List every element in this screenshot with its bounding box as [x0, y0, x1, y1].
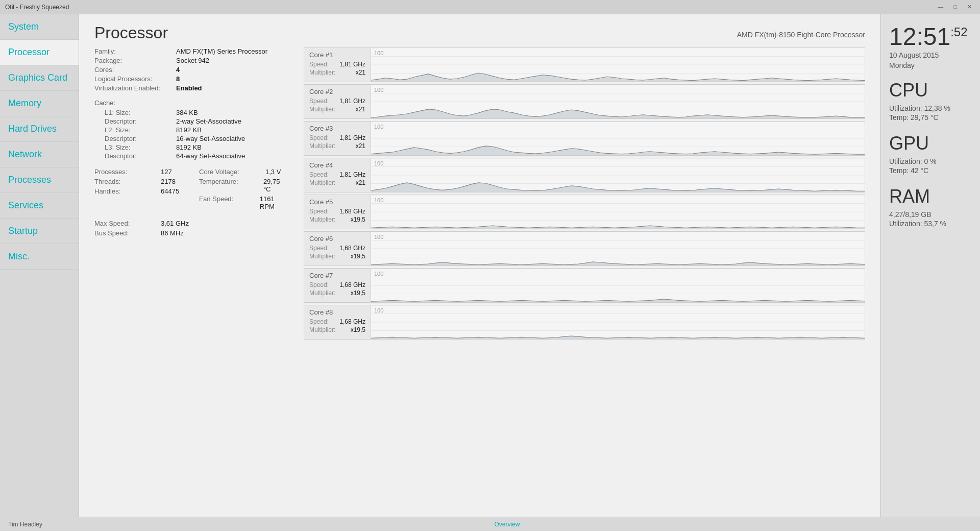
max-speed-label: Max Speed: [94, 220, 161, 227]
core-graph-5: 100 [371, 195, 865, 229]
sidebar-item-misc[interactable]: Misc. [0, 244, 79, 270]
sidebar-item-graphics-card[interactable]: Graphics Card [0, 65, 79, 91]
app-title: Otil - Freshly Squeezed [5, 4, 69, 11]
core-row-8: Core #8 Speed: 1,68 GHz Multiplier: x19,… [304, 305, 865, 340]
core-speed-row-3: Speed: 1,81 GHz [309, 134, 365, 141]
minimize-button[interactable]: — [935, 3, 946, 11]
l3-size-label: L3: Size: [105, 143, 176, 151]
core-name-7: Core #7 [309, 272, 365, 279]
max-speed-value: 3,61 GHz [161, 220, 189, 227]
package-value: Socket 942 [176, 57, 209, 64]
l2-size-label: L2: Size: [105, 126, 176, 134]
core-svg-3 [371, 122, 865, 155]
core-graph-label-8: 100 [374, 307, 383, 313]
gpu-temp: Temp: 42 °C [889, 166, 972, 175]
sidebar-item-processes[interactable]: Processes [0, 167, 79, 193]
ram-stat-block: RAM 4,27/8,19 GB Utilization: 53,7 % [889, 186, 972, 229]
footer: Tim Headley Overview [0, 517, 980, 531]
main-layout: System Processor Graphics Card Memory Ha… [0, 14, 980, 517]
core-graph-2: 100 [371, 85, 865, 118]
cpu-utilization: Utilization: 12,38 % [889, 104, 972, 112]
core-row-7: Core #7 Speed: 1,68 GHz Multiplier: x19,… [304, 268, 865, 303]
core-name-5: Core #5 [309, 198, 365, 206]
close-button[interactable]: ✕ [964, 3, 975, 11]
virt-label: Virtualization Enabled: [94, 84, 176, 92]
core-row-2: Core #2 Speed: 1,81 GHz Multiplier: x21 … [304, 84, 865, 119]
bus-speed-label: Bus Speed: [94, 229, 161, 237]
core-info-7: Core #7 Speed: 1,68 GHz Multiplier: x19,… [304, 269, 371, 302]
package-label: Package: [94, 57, 176, 64]
temperature-label: Temperature: [199, 178, 263, 193]
temperature-value: 29,75 °C [263, 178, 288, 193]
window-controls: — □ ✕ [935, 3, 975, 11]
core-row-4: Core #4 Speed: 1,81 GHz Multiplier: x21 … [304, 158, 865, 192]
logical-value: 8 [176, 75, 180, 83]
sidebar-item-startup[interactable]: Startup [0, 219, 79, 244]
sidebar-item-system[interactable]: System [0, 14, 79, 40]
core-mult-row-6: Multiplier: x19,5 [309, 253, 365, 260]
gpu-stat-block: GPU Utilization: 0 % Temp: 42 °C [889, 133, 972, 176]
sidebar-item-services[interactable]: Services [0, 193, 79, 219]
fan-speed-value: 1161 RPM [260, 195, 288, 210]
gpu-title: GPU [889, 133, 972, 154]
core-graph-label-4: 100 [374, 160, 383, 166]
info-panel: Family: AMD FX(TM) Series Processor Pack… [94, 47, 288, 512]
speed-section: Max Speed: 3,61 GHz Bus Speed: 86 MHz [94, 220, 288, 237]
handles-value: 64475 [161, 187, 179, 195]
page-title: Processor [94, 23, 168, 42]
bus-speed-value: 86 MHz [161, 229, 184, 237]
core-name-1: Core #1 [309, 51, 365, 59]
l1-size-label: L1: Size: [105, 109, 176, 116]
date-line1: 10 August 2015 [889, 51, 972, 59]
core-name-2: Core #2 [309, 88, 365, 95]
cache-section: Cache: L1: Size: 384 KB Descriptor: 2-wa… [94, 99, 288, 160]
time-main: 12:51:52 [889, 25, 972, 49]
core-row-1: Core #1 Speed: 1,81 GHz Multiplier: x21 … [304, 47, 865, 82]
sidebar-item-memory[interactable]: Memory [0, 91, 79, 116]
l2-desc-value: 16-way Set-Associative [176, 135, 245, 142]
stats-row: Processes: 127 Threads: 2178 Handles: 64… [94, 168, 288, 212]
core-svg-7 [371, 269, 865, 302]
core-name-4: Core #4 [309, 161, 365, 169]
core-speed-row-1: Speed: 1,81 GHz [309, 61, 365, 68]
l2-size-value: 8192 KB [176, 126, 202, 134]
sidebar-item-processor[interactable]: Processor [0, 40, 79, 65]
core-row-5: Core #5 Speed: 1,68 GHz Multiplier: x19,… [304, 195, 865, 229]
core-voltage-value: 1,3 V [265, 168, 281, 176]
processes-label: Processes: [94, 168, 161, 176]
core-voltage-label: Core Voltage: [199, 168, 265, 176]
cores-label: Cores: [94, 66, 176, 74]
content-body: Family: AMD FX(TM) Series Processor Pack… [79, 47, 880, 517]
l1-size-value: 384 KB [176, 109, 198, 116]
core-graph-3: 100 [371, 122, 865, 155]
core-mult-row-8: Multiplier: x19,5 [309, 326, 365, 333]
core-speed-row-4: Speed: 1,81 GHz [309, 171, 365, 178]
core-mult-row-1: Multiplier: x21 [309, 69, 365, 76]
threads-label: Threads: [94, 178, 161, 185]
core-mult-row-4: Multiplier: x21 [309, 179, 365, 186]
cpu-title: CPU [889, 80, 972, 101]
virt-value: Enabled [176, 84, 202, 92]
content-area: Processor AMD FX(tm)-8150 Eight-Core Pro… [79, 14, 880, 517]
right-panel: 12:51:52 10 August 2015 Monday CPU Utili… [880, 14, 980, 517]
core-name-8: Core #8 [309, 308, 365, 316]
sidebar-item-hard-drives[interactable]: Hard Drives [0, 116, 79, 142]
l1-desc-label: Descriptor: [105, 117, 176, 125]
threads-value: 2178 [161, 178, 176, 185]
core-info-6: Core #6 Speed: 1,68 GHz Multiplier: x19,… [304, 232, 371, 266]
core-mult-row-3: Multiplier: x21 [309, 142, 365, 150]
l3-size-value: 8192 KB [176, 143, 202, 151]
sidebar-item-network[interactable]: Network [0, 142, 79, 167]
ram-usage: 4,27/8,19 GB [889, 210, 972, 219]
cores-value: 4 [176, 66, 180, 74]
maximize-button[interactable]: □ [950, 3, 960, 11]
core-graph-label-6: 100 [374, 234, 383, 240]
core-svg-8 [371, 305, 865, 339]
cache-header: Cache: [94, 99, 288, 107]
time-seconds: :52 [950, 25, 967, 39]
core-svg-6 [371, 232, 865, 266]
core-info-1: Core #1 Speed: 1,81 GHz Multiplier: x21 [304, 48, 371, 82]
ram-title: RAM [889, 186, 972, 207]
footer-overview[interactable]: Overview [494, 521, 520, 528]
core-svg-2 [371, 85, 865, 118]
